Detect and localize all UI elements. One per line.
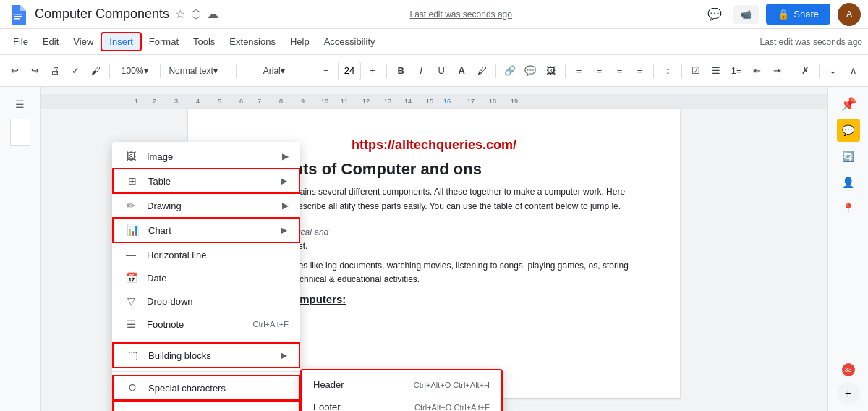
menu-item-equation[interactable]: π Equation xyxy=(112,401,300,411)
checklist-button[interactable]: ☑ xyxy=(687,61,705,81)
indent-less-button[interactable]: ⇤ xyxy=(748,61,765,81)
last-edit: Last edit was seconds ago xyxy=(409,9,511,20)
doc-title: Computer Components xyxy=(35,7,169,22)
share-button[interactable]: 🔒 Share xyxy=(766,4,830,25)
meet-button[interactable]: 📹 xyxy=(733,5,759,24)
align-justify-button[interactable]: ≡ xyxy=(631,61,648,81)
ruler: 1 2 3 4 5 6 7 8 9 10 11 12 13 14 15 16 1… xyxy=(41,94,827,109)
sync-icon[interactable]: 🔄 xyxy=(837,145,860,168)
sep9 xyxy=(681,64,682,78)
menu-item-date[interactable]: 📅 Date xyxy=(112,266,300,289)
menu-item-special-chars[interactable]: Ω Special characters xyxy=(112,375,300,401)
align-right-button[interactable]: ≡ xyxy=(610,61,628,81)
font-size-box[interactable]: 24 xyxy=(338,62,361,80)
page-thumbnail[interactable] xyxy=(10,119,30,146)
badge-container: 33 xyxy=(842,363,855,376)
more-button[interactable]: ⌄ xyxy=(825,61,842,81)
contacts-icon[interactable]: 👤 xyxy=(837,171,860,194)
meet-icon: 📹 xyxy=(741,9,752,20)
lock-icon: 🔒 xyxy=(778,9,789,20)
sep6 xyxy=(495,64,496,78)
menu-item-chart[interactable]: 📊 Chart ▶ xyxy=(112,217,300,243)
indent-more-button[interactable]: ⇥ xyxy=(768,61,786,81)
menu-tools[interactable]: Tools xyxy=(186,33,222,50)
submenu-footer[interactable]: Footer Ctrl+Alt+O Ctrl+Alt+F xyxy=(302,396,501,411)
notification-badge[interactable]: 33 xyxy=(842,363,855,376)
cloud-icon[interactable]: ☁ xyxy=(207,7,218,21)
menu-insert[interactable]: Insert xyxy=(101,32,142,51)
sep2 xyxy=(160,64,161,78)
font-size-decrease[interactable]: − xyxy=(318,61,335,81)
menu-help[interactable]: Help xyxy=(283,33,317,50)
text-color-button[interactable]: A xyxy=(453,61,470,81)
paintformat-button[interactable]: 🖌 xyxy=(87,61,104,81)
font-button[interactable]: Arial▾ xyxy=(242,61,307,81)
keep-icon[interactable]: 📌 xyxy=(837,93,860,116)
drawing-icon: ✏ xyxy=(124,198,138,213)
bold-button[interactable]: B xyxy=(392,61,409,81)
number-list-button[interactable]: 1≡ xyxy=(728,61,745,81)
menu-item-hr[interactable]: — Horizontal line xyxy=(112,243,300,266)
maps-icon[interactable]: 📍 xyxy=(837,197,860,220)
menu-extensions[interactable]: Extensions xyxy=(222,33,283,50)
table-icon: ⊞ xyxy=(125,174,140,188)
sep-b xyxy=(112,371,300,372)
menu-view[interactable]: View xyxy=(66,33,101,50)
menu-item-footnote[interactable]: ☰ Footnote Ctrl+Alt+F xyxy=(112,313,300,336)
menu-item-dropdown[interactable]: ▽ Drop-down xyxy=(112,289,300,313)
highlight-button[interactable]: 🖊 xyxy=(473,61,490,81)
menu-edit[interactable]: Edit xyxy=(35,33,66,50)
menu-accessibility[interactable]: Accessibility xyxy=(317,33,383,50)
chat-right-icon[interactable]: 💬 xyxy=(837,119,860,142)
add-right-button[interactable]: + xyxy=(837,382,860,405)
zoom-button[interactable]: 100%▾ xyxy=(115,61,155,81)
submenu-headers-footers[interactable]: Header Ctrl+Alt+O Ctrl+Alt+H Footer Ctrl… xyxy=(300,369,503,411)
font-size-increase[interactable]: + xyxy=(364,61,381,81)
submenu-header[interactable]: Header Ctrl+Alt+O Ctrl+Alt+H xyxy=(302,373,501,396)
menu-item-building-blocks[interactable]: ⬚ Building blocks ▶ xyxy=(112,342,300,368)
toolbar: ↩ ↪ 🖨 ✓ 🖌 100%▾ Normal text▾ Arial▾ − 24… xyxy=(0,55,868,87)
print-button[interactable]: 🖨 xyxy=(46,61,64,81)
spellcheck-button[interactable]: ✓ xyxy=(67,61,84,81)
clear-format-button[interactable]: ✗ xyxy=(796,61,814,81)
star-icon[interactable]: ☆ xyxy=(175,7,185,21)
undo-button[interactable]: ↩ xyxy=(6,61,23,81)
svg-rect-3 xyxy=(14,18,20,20)
image-icon: 🖼 xyxy=(124,149,138,164)
sep10 xyxy=(791,64,791,78)
special-chars-icon: Ω xyxy=(125,381,140,395)
chat-icon[interactable]: 💬 xyxy=(703,3,726,26)
insert-menu[interactable]: 🖼 Image ▶ ⊞ Table ▶ ✏ Drawing ▶ 📊 Chart … xyxy=(112,142,300,411)
drive-icon[interactable]: ⬡ xyxy=(191,7,201,21)
insert-image-button[interactable]: 🖼 xyxy=(542,61,560,81)
app-icon[interactable] xyxy=(7,4,29,25)
align-center-button[interactable]: ≡ xyxy=(590,61,608,81)
menu-item-drawing[interactable]: ✏ Drawing ▶ xyxy=(112,194,300,217)
outline-icon[interactable]: ☰ xyxy=(9,93,32,116)
sep3 xyxy=(236,64,237,78)
menu-bar: File Edit View Insert Format Tools Exten… xyxy=(0,29,868,55)
normal-text-button[interactable]: Normal text▾ xyxy=(165,61,230,81)
menu-item-image[interactable]: 🖼 Image ▶ xyxy=(112,145,300,168)
underline-button[interactable]: U xyxy=(433,61,450,81)
insert-link-button[interactable]: 🔗 xyxy=(501,61,519,81)
dropdown-icon: ▽ xyxy=(124,294,138,308)
left-sidebar: ☰ xyxy=(0,87,41,411)
italic-button[interactable]: I xyxy=(412,61,430,81)
last-edit-menu: Last edit was seconds ago xyxy=(760,37,862,47)
menu-format[interactable]: Format xyxy=(142,33,186,50)
menu-item-table[interactable]: ⊞ Table ▶ xyxy=(112,168,300,194)
redo-button[interactable]: ↪ xyxy=(26,61,43,81)
avatar[interactable]: A xyxy=(838,3,861,26)
collapse-button[interactable]: ∧ xyxy=(845,61,862,81)
hr-icon: — xyxy=(124,247,138,262)
equation-icon: π xyxy=(125,407,140,411)
insert-comment-button[interactable]: 💬 xyxy=(522,61,539,81)
right-sidebar: 📌 💬 🔄 👤 📍 33 + xyxy=(827,87,868,411)
line-spacing-button[interactable]: ↕ xyxy=(659,61,676,81)
sep-a xyxy=(112,339,300,339)
align-left-button[interactable]: ≡ xyxy=(570,61,587,81)
sep7 xyxy=(565,64,566,78)
bullet-list-button[interactable]: ☰ xyxy=(707,61,725,81)
menu-file[interactable]: File xyxy=(6,33,35,50)
